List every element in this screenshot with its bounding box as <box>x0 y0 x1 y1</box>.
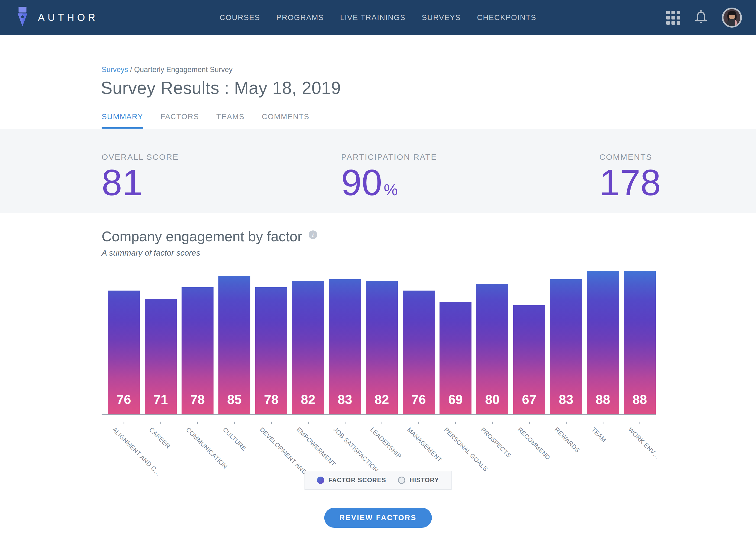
bar-value-label: 76 <box>403 392 435 407</box>
nav-item-courses[interactable]: COURSES <box>220 13 260 22</box>
bar-culture[interactable]: 85 <box>218 276 250 414</box>
bar-value-label: 85 <box>218 392 250 407</box>
chart-legend: FACTOR SCORESHISTORY <box>305 470 452 490</box>
axis-tick <box>234 421 235 424</box>
axis-tick <box>418 421 419 424</box>
tab-comments[interactable]: COMMENTS <box>262 113 309 129</box>
axis-tick <box>160 421 161 424</box>
bar-value-label: 83 <box>550 392 582 407</box>
bar-career[interactable]: 71 <box>145 299 177 414</box>
breadcrumb-link-surveys[interactable]: Surveys <box>102 65 128 74</box>
bar-recommend[interactable]: 67 <box>513 305 545 414</box>
bar-alignment-and-c[interactable]: 76 <box>108 291 140 414</box>
user-avatar[interactable] <box>722 8 742 28</box>
open-circle-icon <box>398 477 405 484</box>
axis-tick <box>566 421 567 424</box>
legend-item-history[interactable]: HISTORY <box>398 477 439 484</box>
axis-tick <box>345 421 345 424</box>
stat-label: OVERALL SCORE <box>102 152 179 162</box>
axis-tick <box>197 421 198 424</box>
filled-circle-icon <box>317 477 324 484</box>
axis-tick <box>271 421 272 424</box>
bar-prospects[interactable]: 80 <box>476 284 508 414</box>
stat-participation-rate: PARTICIPATION RATE90% <box>341 152 437 201</box>
stats-band: OVERALL SCORE81PARTICIPATION RATE90%COMM… <box>0 129 756 213</box>
bar-value-label: 71 <box>145 392 177 407</box>
stat-value: 81 <box>102 164 179 201</box>
bar-value-label: 76 <box>108 392 140 407</box>
axis-tick <box>603 421 604 424</box>
bar-communication[interactable]: 78 <box>181 287 213 414</box>
tab-factors[interactable]: FACTORS <box>160 113 199 129</box>
stat-label: PARTICIPATION RATE <box>341 152 437 162</box>
bar-rewards[interactable]: 83 <box>550 279 582 414</box>
nav-right <box>666 8 742 28</box>
bar-value-label: 78 <box>181 392 213 407</box>
bar-work-env[interactable]: 88 <box>624 271 656 414</box>
review-factors-button[interactable]: REVIEW FACTORS <box>324 508 432 528</box>
axis-label-culture: CULTURE <box>227 426 256 433</box>
nav-item-checkpoints[interactable]: CHECKPOINTS <box>477 13 536 22</box>
bar-value-label: 82 <box>292 392 324 407</box>
axis-label-career: CAREER <box>153 426 180 433</box>
axis-tick <box>455 421 456 424</box>
apps-grid-icon[interactable] <box>666 11 680 25</box>
brand-logo[interactable]: AUTHOR <box>15 7 98 28</box>
tabs: SUMMARYFACTORSTEAMSCOMMENTS <box>102 113 756 129</box>
bar-empowerment[interactable]: 82 <box>292 281 324 414</box>
bar-job-satisfaction[interactable]: 83 <box>329 279 361 414</box>
bar-management[interactable]: 76 <box>403 291 435 414</box>
info-icon[interactable]: i <box>309 230 317 239</box>
bar-personal-goals[interactable]: 69 <box>440 302 472 414</box>
stat-number: 90 <box>341 162 382 203</box>
chart-section: Company engagement by factor i A summary… <box>0 213 756 534</box>
page-title: Survey Results : May 18, 2019 <box>101 78 756 98</box>
axis-label-team: TEAM <box>595 426 613 433</box>
legend-label: HISTORY <box>409 477 439 484</box>
nav-item-surveys[interactable]: SURVEYS <box>422 13 461 22</box>
axis-tick <box>529 421 530 424</box>
top-navbar: AUTHOR COURSESPROGRAMSLIVE TRAININGSSURV… <box>0 0 756 35</box>
stat-comments: COMMENTS178 <box>599 152 661 201</box>
page: AUTHOR COURSESPROGRAMSLIVE TRAININGSSURV… <box>0 0 756 534</box>
bar-team[interactable]: 88 <box>587 271 619 414</box>
stat-value: 90% <box>341 164 437 201</box>
chart-subtitle: A summary of factor scores <box>102 248 200 258</box>
axis-label-rewards: REWARDS <box>558 426 591 433</box>
x-axis-line <box>102 414 656 415</box>
breadcrumb-current: Quarterly Engagement Survey <box>134 65 232 74</box>
nav-item-live-trainings[interactable]: LIVE TRAININGS <box>340 13 405 22</box>
nav-item-programs[interactable]: PROGRAMS <box>276 13 324 22</box>
notification-bell-icon[interactable] <box>694 10 708 25</box>
bar-value-label: 88 <box>587 392 619 407</box>
bar-value-label: 69 <box>440 392 472 407</box>
bar-leadership[interactable]: 82 <box>366 281 398 414</box>
stat-label: COMMENTS <box>599 152 661 162</box>
stat-overall-score: OVERALL SCORE81 <box>102 152 179 201</box>
tab-teams[interactable]: TEAMS <box>216 113 244 129</box>
chart-title-row: Company engagement by factor i <box>102 228 317 244</box>
axis-tick <box>123 421 124 424</box>
breadcrumb-separator: / <box>128 65 134 74</box>
bar-value-label: 67 <box>513 392 545 407</box>
tab-summary[interactable]: SUMMARY <box>102 113 143 129</box>
axis-tick <box>382 421 382 424</box>
bar-value-label: 88 <box>624 392 656 407</box>
pen-nib-icon <box>15 7 30 28</box>
legend-label: FACTOR SCORES <box>328 477 386 484</box>
bar-plot: 767178857882838276698067838888 <box>102 270 656 415</box>
stat-number: 178 <box>599 162 661 203</box>
axis-tick <box>492 421 493 424</box>
breadcrumb: Surveys / Quarterly Engagement Survey <box>102 65 756 74</box>
bar-development-and[interactable]: 78 <box>255 287 287 414</box>
bar-value-label: 78 <box>255 392 287 407</box>
chart-title: Company engagement by factor <box>102 228 302 244</box>
legend-item-factor-scores[interactable]: FACTOR SCORES <box>317 477 386 484</box>
axis-tick <box>308 421 309 424</box>
brand-name: AUTHOR <box>38 12 98 23</box>
axis-tick <box>639 421 640 424</box>
stat-value: 178 <box>599 164 661 201</box>
bar-value-label: 80 <box>476 392 508 407</box>
stat-number: 81 <box>102 162 143 203</box>
nav-menu: COURSESPROGRAMSLIVE TRAININGSSURVEYSCHEC… <box>220 0 536 35</box>
